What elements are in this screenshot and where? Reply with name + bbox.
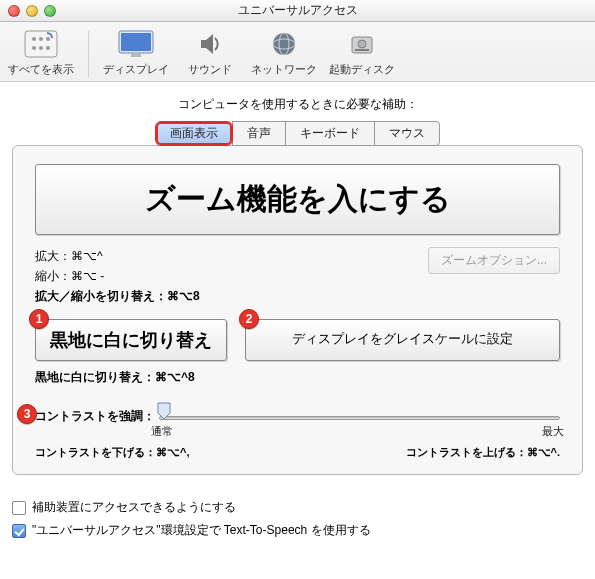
contrast-slider[interactable]: 通常 最大	[159, 410, 560, 424]
white-on-black-shortcut: 黒地に白に切り替え：⌘⌥^8	[35, 369, 560, 386]
zoom-options-button[interactable]: ズームオプション...	[428, 247, 560, 274]
checkbox-checked-icon	[12, 524, 26, 538]
svg-point-1	[32, 37, 36, 41]
grid-icon	[20, 28, 62, 60]
speaker-icon	[189, 28, 231, 60]
tab-mouse[interactable]: マウス	[374, 121, 440, 146]
toolbar-show-all[interactable]: すべてを表示	[8, 28, 74, 77]
zoom-in-shortcut: 拡大：⌘⌥^	[35, 247, 200, 265]
tab-screen[interactable]: 画面表示	[155, 121, 233, 146]
svg-rect-8	[121, 33, 151, 51]
svg-point-10	[273, 33, 295, 55]
traffic-lights	[8, 5, 56, 17]
badge-3: 3	[17, 404, 37, 424]
svg-point-2	[39, 37, 43, 41]
tab-bar: 画面表示 音声 キーボード マウス	[12, 121, 583, 146]
toolbar-displays-label: ディスプレイ	[103, 62, 169, 77]
badge-1: 1	[29, 309, 49, 329]
contrast-label: コントラストを強調：	[35, 408, 155, 425]
screen-panel: ズーム機能を入にする 拡大：⌘⌥^ 縮小：⌘⌥ - 拡大／縮小を切り替え：⌘⌥8…	[12, 145, 583, 475]
slider-min-label: 通常	[151, 424, 173, 439]
window-minimize-button[interactable]	[26, 5, 38, 17]
svg-point-14	[358, 40, 366, 48]
window-zoom-button[interactable]	[44, 5, 56, 17]
contrast-increase-hint: コントラストを上げる：⌘⌥^.	[406, 445, 560, 460]
allow-assistive-label: 補助装置にアクセスできるようにする	[32, 499, 236, 516]
drive-icon	[341, 28, 383, 60]
toolbar-displays[interactable]: ディスプレイ	[103, 28, 169, 77]
display-icon	[115, 28, 157, 60]
badge-2: 2	[239, 309, 259, 329]
toolbar-sound[interactable]: サウンド	[181, 28, 239, 77]
zoom-out-shortcut: 縮小：⌘⌥ -	[35, 267, 200, 285]
svg-point-5	[39, 46, 43, 50]
footer-checkboxes: 補助装置にアクセスできるようにする "ユニバーサルアクセス"環境設定で Text…	[0, 487, 595, 551]
svg-point-6	[46, 46, 50, 50]
pref-toolbar: すべてを表示 ディスプレイ サウンド ネ	[0, 22, 595, 82]
slider-max-label: 最大	[542, 424, 564, 439]
allow-assistive-checkbox[interactable]: 補助装置にアクセスできるようにする	[12, 499, 583, 516]
toolbar-startup-disk[interactable]: 起動ディスク	[329, 28, 395, 77]
window-titlebar: ユニバーサルアクセス	[0, 0, 595, 22]
checkbox-unchecked-icon	[12, 501, 26, 515]
toolbar-network[interactable]: ネットワーク	[251, 28, 317, 77]
toolbar-startup-disk-label: 起動ディスク	[329, 62, 395, 77]
white-on-black-button[interactable]: 黒地に白に切り替え	[35, 319, 227, 361]
zoom-toggle-button[interactable]: ズーム機能を入にする	[35, 164, 560, 235]
svg-point-3	[46, 37, 50, 41]
tts-label: "ユニバーサルアクセス"環境設定で Text-To-Speech を使用する	[32, 522, 371, 539]
grayscale-button[interactable]: ディスプレイをグレイスケールに設定	[245, 319, 560, 361]
svg-rect-15	[355, 49, 369, 51]
svg-point-4	[32, 46, 36, 50]
toolbar-divider	[88, 31, 89, 77]
toolbar-show-all-label: すべてを表示	[8, 62, 74, 77]
globe-icon	[263, 28, 305, 60]
toolbar-network-label: ネットワーク	[251, 62, 317, 77]
invert-buttons-row: 1 黒地に白に切り替え 2 ディスプレイをグレイスケールに設定	[35, 319, 560, 361]
slider-thumb[interactable]	[157, 402, 171, 420]
tab-keyboard[interactable]: キーボード	[285, 121, 375, 146]
svg-rect-9	[131, 54, 141, 57]
slider-track	[159, 416, 560, 420]
zoom-toggle-shortcut: 拡大／縮小を切り替え：⌘⌥8	[35, 287, 200, 305]
contrast-decrease-hint: コントラストを下げる：⌘⌥^,	[35, 445, 189, 460]
tab-voice[interactable]: 音声	[232, 121, 286, 146]
window-close-button[interactable]	[8, 5, 20, 17]
window-title: ユニバーサルアクセス	[0, 2, 595, 19]
tts-checkbox[interactable]: "ユニバーサルアクセス"環境設定で Text-To-Speech を使用する	[12, 522, 583, 539]
svg-rect-0	[25, 31, 57, 57]
helper-text: コンピュータを使用するときに必要な補助：	[12, 96, 583, 113]
toolbar-sound-label: サウンド	[188, 62, 232, 77]
